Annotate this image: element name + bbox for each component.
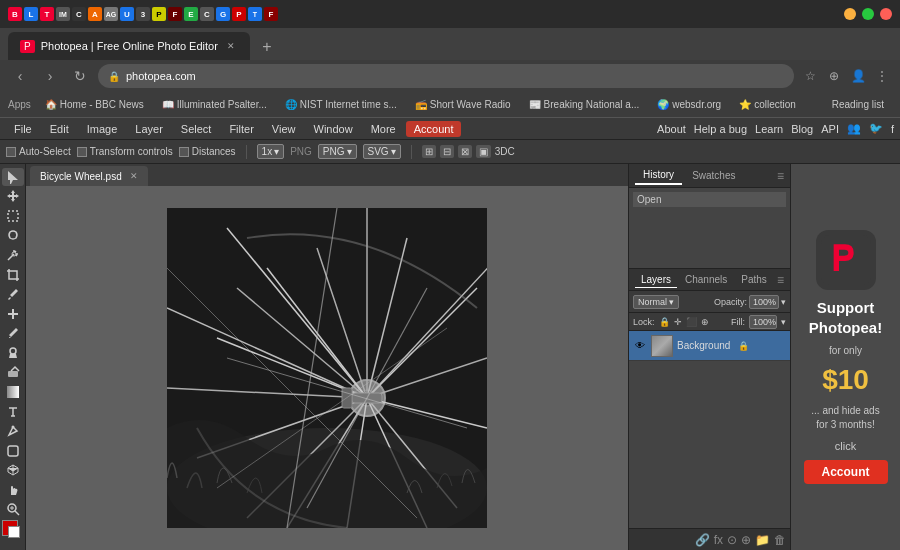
layer-folder-icon[interactable]: 📁 [755, 533, 770, 547]
tool-eyedropper[interactable] [2, 285, 24, 303]
tool-magic-wand[interactable] [2, 246, 24, 264]
layer-row-background[interactable]: 👁 Background 🔒 [629, 331, 790, 361]
tool-heal[interactable] [2, 305, 24, 323]
tool-crop[interactable] [2, 266, 24, 284]
menu-help[interactable]: Help a bug [694, 123, 747, 135]
canvas-content[interactable] [26, 186, 628, 550]
tool-gradient[interactable] [2, 383, 24, 401]
menu-account[interactable]: Account [406, 121, 462, 137]
browser-tab-active[interactable]: P Photopea | Free Online Photo Editor ✕ [8, 32, 250, 60]
menu-select[interactable]: Select [173, 121, 220, 137]
minimize-button[interactable] [844, 8, 856, 20]
layer-fx-icon[interactable]: fx [714, 533, 723, 547]
star-icon[interactable]: ☆ [800, 66, 820, 86]
toolbar-icon-2[interactable]: ⊟ [440, 145, 454, 158]
layer-mask-icon[interactable]: ⊙ [727, 533, 737, 547]
tool-text[interactable] [2, 403, 24, 421]
tool-hand[interactable] [2, 481, 24, 499]
tool-select[interactable] [2, 168, 24, 186]
distances-checkbox[interactable] [179, 147, 189, 157]
document-close-btn[interactable]: ✕ [130, 171, 138, 181]
menu-blog[interactable]: Blog [791, 123, 813, 135]
address-bar[interactable]: 🔒 photopea.com [98, 64, 794, 88]
new-tab-button[interactable]: + [254, 34, 280, 60]
menu-social-twitter[interactable]: 🐦 [869, 122, 883, 135]
toolbar-icon-4[interactable]: ▣ [476, 145, 491, 158]
menu-social-reddit[interactable]: 👥 [847, 122, 861, 135]
opacity-value[interactable]: 100% [749, 295, 779, 309]
bookmark-home[interactable]: 🏠 Home - BBC News [37, 97, 152, 112]
menu-social-facebook[interactable]: f [891, 123, 894, 135]
transform-controls-item[interactable]: Transform controls [77, 146, 173, 157]
bookmark-nist[interactable]: 🌐 NIST Internet time s... [277, 97, 405, 112]
color-pair[interactable] [2, 520, 24, 542]
lock-artboard-icon[interactable]: ⊕ [701, 317, 709, 327]
menu-more[interactable]: More [363, 121, 404, 137]
panel-close-button[interactable]: ≡ [777, 169, 784, 183]
menu-filter[interactable]: Filter [221, 121, 261, 137]
tool-zoom[interactable] [2, 501, 24, 519]
menu-image[interactable]: Image [79, 121, 126, 137]
menu-layer[interactable]: Layer [127, 121, 171, 137]
refresh-button[interactable]: ↻ [68, 64, 92, 88]
menu-file[interactable]: File [6, 121, 40, 137]
menu-window[interactable]: Window [306, 121, 361, 137]
menu-view[interactable]: View [264, 121, 304, 137]
bookmark-websdr[interactable]: 🌍 websdr.org [649, 97, 729, 112]
tab-channels[interactable]: Channels [679, 272, 733, 287]
maximize-button[interactable] [862, 8, 874, 20]
fill-value[interactable]: 100% [749, 315, 777, 329]
forward-button[interactable]: › [38, 64, 62, 88]
menu-learn[interactable]: Learn [755, 123, 783, 135]
tab-paths[interactable]: Paths [735, 272, 773, 287]
extension-icon[interactable]: ⊕ [824, 66, 844, 86]
tool-marquee[interactable] [2, 207, 24, 225]
transform-checkbox[interactable] [77, 147, 87, 157]
menu-edit[interactable]: Edit [42, 121, 77, 137]
canvas-document-tab[interactable]: Bicycle Wheel.psd ✕ [30, 166, 148, 186]
profile-icon[interactable]: 👤 [848, 66, 868, 86]
distances-item[interactable]: Distances [179, 146, 236, 157]
tool-stamp[interactable] [2, 344, 24, 362]
menu-dots-icon[interactable]: ⋮ [872, 66, 892, 86]
tool-3d[interactable] [2, 461, 24, 479]
toolbar-icon-1[interactable]: ⊞ [422, 145, 436, 158]
lock-icon[interactable]: 🔒 [659, 317, 670, 327]
back-button[interactable]: ‹ [8, 64, 32, 88]
lock-move-icon[interactable]: ✛ [674, 317, 682, 327]
layer-link-icon[interactable]: 🔗 [695, 533, 710, 547]
background-color[interactable] [8, 526, 20, 538]
reading-list-button[interactable]: Reading list [824, 97, 892, 112]
bookmark-radio[interactable]: 📻 Short Wave Radio [407, 97, 519, 112]
bookmark-psalter[interactable]: 📖 Illuminated Psalter... [154, 97, 275, 112]
tool-lasso[interactable] [2, 227, 24, 245]
lock-pixel-icon[interactable]: ⬛ [686, 317, 697, 327]
tab-layers[interactable]: Layers [635, 272, 677, 288]
tool-pen[interactable] [2, 422, 24, 440]
close-button[interactable] [880, 8, 892, 20]
auto-select-checkbox[interactable] [6, 147, 16, 157]
layers-panel-menu[interactable]: ≡ [777, 273, 784, 287]
menu-about[interactable]: About [657, 123, 686, 135]
toolbar-icon-3[interactable]: ⊠ [458, 145, 472, 158]
tool-brush[interactable] [2, 325, 24, 343]
zoom-dropdown[interactable]: 1x ▾ [257, 144, 285, 159]
tool-move[interactable] [2, 188, 24, 206]
bookmark-news[interactable]: 📰 Breaking National a... [521, 97, 648, 112]
auto-select-checkbox-item[interactable]: Auto-Select [6, 146, 71, 157]
tool-shape[interactable] [2, 442, 24, 460]
png-dropdown[interactable]: PNG ▾ [318, 144, 357, 159]
menu-api[interactable]: API [821, 123, 839, 135]
bookmark-collection[interactable]: ⭐ collection [731, 97, 804, 112]
layer-visibility-icon[interactable]: 👁 [633, 339, 647, 353]
tab-close-button[interactable]: ✕ [224, 39, 238, 53]
blend-mode-dropdown[interactable]: Normal ▾ [633, 295, 679, 309]
tab-swatches[interactable]: Swatches [684, 167, 743, 184]
layer-delete-icon[interactable]: 🗑 [774, 533, 786, 547]
svg-dropdown[interactable]: SVG ▾ [363, 144, 401, 159]
tab-history[interactable]: History [635, 166, 682, 185]
layer-adjustment-icon[interactable]: ⊕ [741, 533, 751, 547]
history-item-open[interactable]: Open [633, 192, 786, 207]
tool-eraser[interactable] [2, 364, 24, 382]
ad-account-button[interactable]: Account [804, 460, 888, 484]
